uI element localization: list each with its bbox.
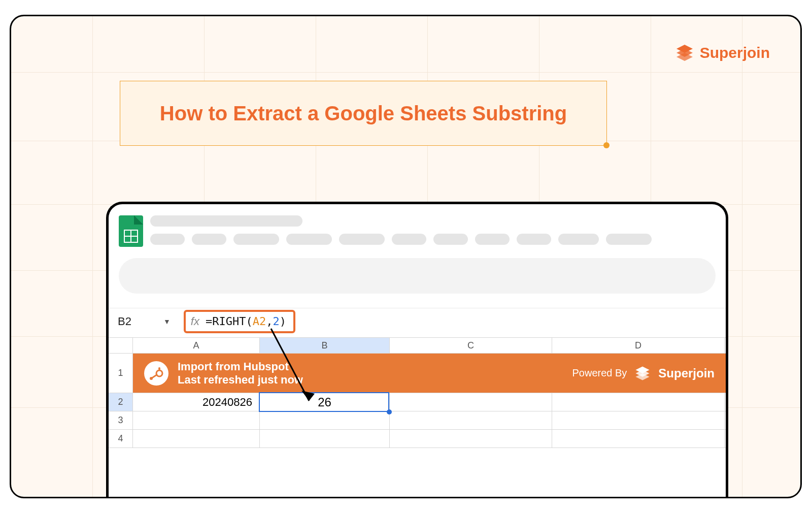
page-title: How to Extract a Google Sheets Substring	[160, 102, 567, 125]
name-box-dropdown-icon[interactable]: ▼	[163, 317, 171, 326]
row-1: 1 Import from Hubspot	[109, 354, 726, 393]
row-header-2[interactable]: 2	[109, 393, 133, 411]
powered-by-label: Powered By	[572, 367, 627, 379]
superjoin-icon	[674, 43, 695, 63]
row-3: 3	[109, 411, 726, 430]
formula-input[interactable]: =RIGHT(A2,2)	[206, 315, 286, 328]
col-header-D[interactable]: D	[552, 338, 725, 353]
skeleton-toolbar	[119, 258, 716, 294]
fx-icon: fx	[191, 315, 199, 328]
title-handle-dot	[603, 142, 610, 148]
cell-B4[interactable]	[260, 430, 390, 448]
selection-outline	[259, 392, 389, 412]
selection-handle[interactable]	[387, 409, 392, 415]
row-2: 2 20240826 26	[109, 393, 726, 411]
title-card: How to Extract a Google Sheets Substring	[120, 81, 607, 146]
cell-B2[interactable]: 26	[260, 393, 390, 411]
svg-point-2	[150, 377, 153, 380]
superjoin-logo: Superjoin	[674, 43, 770, 63]
spreadsheet-grid: A B C D 1	[109, 337, 726, 448]
formula-bar: B2 ▼ fx =RIGHT(A2,2)	[109, 308, 726, 334]
powered-by-brand: Superjoin	[658, 366, 715, 380]
cell-C2[interactable]	[390, 393, 552, 411]
row-header-1[interactable]: 1	[109, 354, 133, 393]
row-header-4[interactable]: 4	[109, 430, 133, 448]
skeleton-title	[150, 215, 302, 227]
import-banner: Import from Hubspot Last refreshed just …	[133, 354, 726, 393]
superjoin-mini-icon	[634, 365, 651, 382]
cell-D2[interactable]	[552, 393, 725, 411]
cell-A3[interactable]	[133, 411, 260, 429]
svg-point-0	[156, 370, 162, 376]
cell-D3[interactable]	[552, 411, 725, 429]
cell-C3[interactable]	[390, 411, 552, 429]
banner-title: Import from Hubspot	[178, 360, 303, 373]
cell-B3[interactable]	[260, 411, 390, 429]
column-headers: A B C D	[109, 337, 726, 354]
screenshot-frame: B2 ▼ fx =RIGHT(A2,2) A B C D	[106, 202, 728, 498]
row-4: 4	[109, 430, 726, 448]
formula-highlight: fx =RIGHT(A2,2)	[184, 310, 295, 333]
col-header-A[interactable]: A	[133, 338, 260, 353]
row-header-3[interactable]: 3	[109, 411, 133, 429]
col-header-B[interactable]: B	[260, 338, 390, 353]
superjoin-wordmark: Superjoin	[700, 44, 770, 61]
col-header-C[interactable]: C	[390, 338, 552, 353]
sheets-header	[109, 204, 726, 252]
cell-A2[interactable]: 20240826	[133, 393, 260, 411]
name-box[interactable]: B2	[118, 315, 163, 328]
cell-A4[interactable]	[133, 430, 260, 448]
banner-subtitle: Last refreshed just now	[178, 373, 303, 387]
cell-C4[interactable]	[390, 430, 552, 448]
hubspot-icon	[144, 361, 168, 386]
google-sheets-icon	[119, 215, 143, 247]
cell-D4[interactable]	[552, 430, 725, 448]
skeleton-menu	[150, 234, 716, 245]
tutorial-card: Superjoin How to Extract a Google Sheets…	[10, 15, 802, 498]
